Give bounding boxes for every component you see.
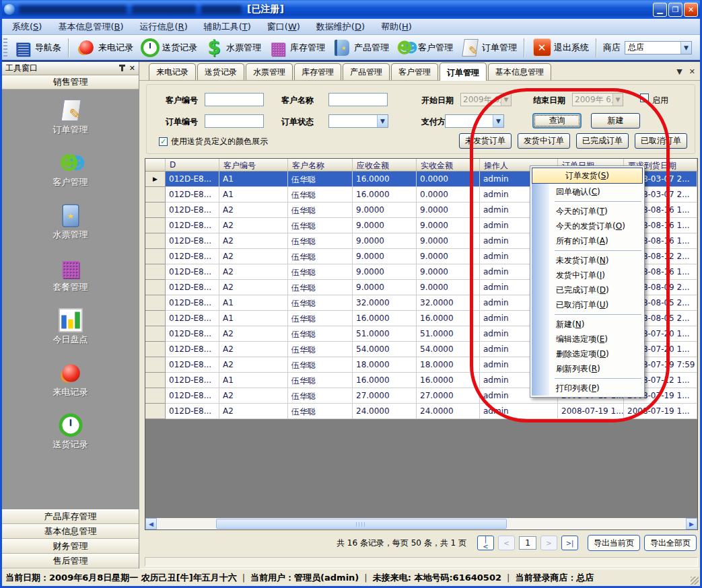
last-page-button[interactable]: >|: [561, 536, 578, 550]
row-selector-cell[interactable]: [145, 187, 166, 203]
order-no-input[interactable]: [205, 114, 264, 128]
toolbar-button[interactable]: 客户管理: [392, 36, 456, 59]
context-menu-item[interactable]: 今天的发货订单(O): [532, 219, 643, 233]
order-status-filter-button[interactable]: 未发货订单: [459, 133, 512, 149]
sidebar-section[interactable]: 产品库存管理: [2, 509, 139, 524]
shop-combobox[interactable]: 总店 ▼: [625, 41, 692, 54]
column-header[interactable]: 应收金额: [353, 159, 417, 172]
close-icon[interactable]: ✕: [684, 3, 698, 17]
tab[interactable]: 基本信息管理: [488, 63, 551, 80]
row-selector-cell[interactable]: [145, 388, 166, 404]
toolbar-button[interactable]: 订单管理: [456, 36, 520, 59]
sidebar-section[interactable]: 售后管理: [2, 554, 139, 568]
row-selector-cell[interactable]: [145, 357, 166, 373]
close-icon[interactable]: ✕: [689, 67, 695, 76]
first-page-button[interactable]: |<: [477, 536, 494, 550]
sidebar-item[interactable]: 送货记录: [2, 415, 139, 451]
close-icon[interactable]: ✕: [129, 65, 135, 72]
context-menu-item[interactable]: 回单确认(C): [532, 184, 643, 199]
scroll-left-icon[interactable]: ◀: [145, 518, 157, 529]
horizontal-scrollbar[interactable]: ◀ ▶: [145, 518, 697, 529]
pay-method-combobox[interactable]: ▼: [445, 114, 504, 128]
row-selector-cell[interactable]: [145, 404, 166, 419]
chevron-down-icon[interactable]: ▼: [676, 67, 682, 76]
toolbar-button[interactable]: 退出系统: [528, 36, 592, 59]
menubar-item[interactable]: 辅助工具(T): [197, 20, 258, 34]
tab[interactable]: 水票管理: [246, 63, 293, 80]
table-row[interactable]: 012D-E8... A2 伍华聪 24.0000 24.0000 admin …: [145, 404, 697, 419]
export-all-pages-button[interactable]: 导出全部页: [644, 535, 697, 551]
tab[interactable]: 送货记录: [197, 63, 244, 80]
page-number-input[interactable]: [519, 536, 536, 550]
customer-name-input[interactable]: [328, 93, 388, 106]
sidebar-section[interactable]: 财务管理: [2, 539, 139, 554]
context-menu-item[interactable]: 已取消订单(U): [532, 297, 643, 312]
toolbar-button[interactable]: [68, 38, 69, 57]
column-header[interactable]: [145, 159, 166, 172]
row-selector-cell[interactable]: [145, 280, 166, 295]
new-button[interactable]: 新建: [591, 113, 640, 128]
tab[interactable]: 客户管理: [391, 63, 438, 80]
pin-icon[interactable]: [121, 65, 123, 71]
toolbar-button[interactable]: 送货记录: [137, 36, 201, 59]
menubar-item[interactable]: 数据维护(D): [310, 20, 372, 34]
column-header[interactable]: 实收金额: [417, 159, 480, 172]
context-menu-item[interactable]: 编辑选定项(E): [532, 332, 643, 346]
restore-icon[interactable]: ❐: [668, 3, 682, 17]
sidebar-item[interactable]: 来电记录: [2, 363, 139, 398]
row-selector-cell[interactable]: [145, 249, 166, 264]
tab[interactable]: 产品管理: [343, 63, 390, 80]
end-date-picker[interactable]: 2009年 6月 8日 ▼: [572, 93, 623, 106]
sidebar-item[interactable]: 水票管理: [2, 205, 139, 241]
context-menu-item[interactable]: [555, 378, 641, 379]
resize-grip[interactable]: [691, 577, 699, 585]
menubar-item[interactable]: 基本信息管理(B): [51, 20, 130, 34]
row-selector-cell[interactable]: [145, 264, 166, 280]
menubar-item[interactable]: 系统(S): [5, 20, 48, 34]
column-header[interactable]: 客户名称: [288, 159, 353, 172]
scroll-right-icon[interactable]: ▶: [686, 518, 697, 529]
toolbar-button[interactable]: [524, 38, 525, 57]
context-menu-item[interactable]: [555, 250, 641, 251]
column-header[interactable]: D: [166, 159, 219, 172]
prev-page-button[interactable]: <: [498, 536, 515, 550]
enable-checkbox[interactable]: [640, 94, 649, 102]
tab[interactable]: 来电记录: [149, 63, 196, 80]
start-date-picker[interactable]: 2009年 6月 8日 ▼: [460, 93, 512, 106]
chevron-down-icon[interactable]: ▼: [377, 115, 388, 127]
row-selector-cell[interactable]: [145, 295, 166, 311]
column-header[interactable]: 客户编号: [219, 159, 288, 172]
sidebar-item[interactable]: 订单管理: [2, 100, 139, 136]
tab[interactable]: 订单管理: [440, 63, 487, 81]
row-selector-cell[interactable]: [145, 218, 166, 233]
tab[interactable]: 库存管理: [294, 63, 341, 80]
context-menu-item[interactable]: 新建(N): [532, 317, 643, 332]
sidebar-section[interactable]: 基本信息管理: [2, 524, 139, 539]
row-selector-cell[interactable]: [145, 373, 166, 388]
sidebar-section-sales[interactable]: 销售管理: [2, 75, 139, 89]
sidebar-item[interactable]: 客户管理: [2, 153, 139, 188]
chevron-down-icon[interactable]: ▼: [612, 94, 623, 106]
order-status-filter-button[interactable]: 发货中订单: [518, 133, 570, 149]
toolbar-button[interactable]: 来电记录: [73, 36, 137, 59]
chevron-down-icon[interactable]: ▼: [680, 42, 691, 54]
menubar-item[interactable]: 窗口(W): [260, 20, 307, 34]
context-menu-item[interactable]: 删除选定项(D): [532, 346, 643, 361]
order-status-filter-button[interactable]: 已完成订单: [576, 133, 629, 149]
menubar-item[interactable]: 帮助(H): [374, 20, 419, 34]
order-status-filter-button[interactable]: 已取消订单: [635, 133, 687, 149]
export-current-page-button[interactable]: 导出当前页: [588, 535, 640, 551]
menubar-item[interactable]: 运行信息(R): [133, 20, 195, 34]
row-selector-cell[interactable]: [145, 203, 166, 218]
context-menu-item[interactable]: 发货中订单(I): [532, 268, 643, 283]
row-selector-cell[interactable]: [145, 172, 166, 187]
row-selector-cell[interactable]: [145, 342, 166, 357]
toolbar-grip-handle[interactable]: [3, 38, 7, 57]
toolbar-button[interactable]: 水票管理: [201, 36, 265, 59]
row-selector-cell[interactable]: [145, 233, 166, 249]
context-menu-item[interactable]: [555, 314, 641, 315]
row-selector-cell[interactable]: [145, 311, 166, 326]
chevron-down-icon[interactable]: ▼: [493, 115, 503, 127]
chevron-down-icon[interactable]: ▼: [501, 94, 511, 106]
color-display-checkbox[interactable]: [159, 137, 168, 146]
